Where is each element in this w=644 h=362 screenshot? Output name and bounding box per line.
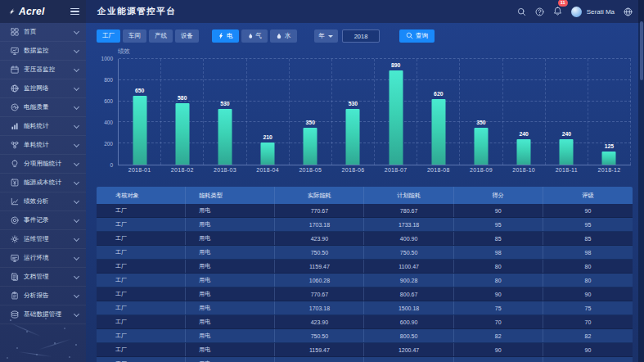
sidebar-item-label: 单耗统计 xyxy=(24,141,49,149)
scrollbar[interactable] xyxy=(638,0,644,362)
table-cell: 750.50 xyxy=(364,246,453,259)
sidebar-item-transformer[interactable]: 变压器监控 xyxy=(0,61,86,79)
data-monitor-icon xyxy=(11,47,19,55)
bar[interactable] xyxy=(218,109,232,165)
table-row[interactable]: 工厂用电750.50800.508282 xyxy=(97,329,633,343)
tab-label: 产线 xyxy=(155,32,167,40)
table-cell: 800.50 xyxy=(364,329,453,342)
table-cell: 770.67 xyxy=(275,287,364,301)
help-icon[interactable] xyxy=(535,7,544,16)
tab-label: 水 xyxy=(285,32,291,40)
chevron-down-icon xyxy=(328,35,333,38)
scope-tab[interactable]: 车间 xyxy=(123,29,146,43)
search-icon[interactable] xyxy=(517,7,526,16)
ops-icon xyxy=(11,235,19,243)
scope-tab[interactable]: 工厂 xyxy=(97,29,120,43)
bar[interactable] xyxy=(261,143,275,165)
sidebar-item-base-data[interactable]: 基础数据管理 xyxy=(0,305,86,324)
y-tick-label: 200 xyxy=(104,141,113,147)
bar[interactable] xyxy=(602,152,616,165)
plot-area: 6502018-015802018-025302018-032102018-04… xyxy=(118,59,631,165)
table-row[interactable]: 工厂用电1159.471100.478080 xyxy=(97,260,633,274)
sidebar-item-events[interactable]: 事件记录 xyxy=(0,211,86,230)
performance-bar-chart: 绩效 02004006008001000 6502018-015802018-0… xyxy=(97,48,633,176)
scope-tab[interactable]: 产线 xyxy=(149,29,173,43)
table-row[interactable]: 工厂用电1060.281000.288888 xyxy=(97,357,633,362)
table-cell: 70 xyxy=(454,315,543,328)
chevron-down-icon xyxy=(74,84,79,90)
bar[interactable] xyxy=(304,128,317,165)
query-button[interactable]: 查询 xyxy=(399,29,435,43)
sidebar-item-home[interactable]: 首页 xyxy=(0,23,86,42)
table-cell: 800.67 xyxy=(364,287,453,301)
table-row[interactable]: 工厂用电770.67800.679090 xyxy=(97,287,633,301)
bar[interactable] xyxy=(175,103,189,165)
table-cell: 75 xyxy=(454,301,543,314)
bar-value-label: 530 xyxy=(332,101,374,106)
bar[interactable] xyxy=(389,70,403,165)
sidebar-item-power-quality[interactable]: 电能质量 xyxy=(0,98,86,117)
bar-value-label: 210 xyxy=(247,134,289,140)
table-cell: 98 xyxy=(454,246,543,259)
sidebar-item-environment[interactable]: 运行环境 xyxy=(0,249,86,268)
collapse-menu-button[interactable] xyxy=(70,8,79,15)
brand-mark-icon xyxy=(7,7,16,16)
table-cell: 85 xyxy=(454,232,543,245)
table-row[interactable]: 工厂用电423.90400.908585 xyxy=(97,232,633,246)
table-cell: 工厂 xyxy=(97,329,186,342)
energy-tab[interactable]: 水 xyxy=(270,29,297,43)
sidebar-item-report[interactable]: 分析报告 xyxy=(0,287,86,305)
table-row[interactable]: 工厂用电1060.28900.288080 xyxy=(97,274,633,287)
sidebar-item-label: 文档管理 xyxy=(24,273,49,281)
sidebar-item-energy-cost[interactable]: 能源成本统计 xyxy=(0,174,86,192)
table-row[interactable]: 工厂用电423.90600.907070 xyxy=(97,315,633,329)
transformer-icon xyxy=(11,66,19,74)
plot-wrap: 02004006008001000 6502018-015802018-0253… xyxy=(97,59,631,165)
sidebar-item-data-monitor[interactable]: 数据监控 xyxy=(0,42,86,61)
bar[interactable] xyxy=(560,139,574,165)
table-cell: 1703.18 xyxy=(275,301,364,314)
table-row[interactable]: 工厂用电770.67780.679090 xyxy=(97,204,633,218)
bar[interactable] xyxy=(431,99,445,165)
table-cell: 1159.47 xyxy=(275,260,364,273)
table-cell: 1500.18 xyxy=(364,301,453,314)
sidebar-item-docs[interactable]: 文档管理 xyxy=(0,268,86,287)
table-cell: 工厂 xyxy=(97,357,186,362)
table-row[interactable]: 工厂用电1159.471200.479090 xyxy=(97,343,633,357)
scrollbar-thumb[interactable] xyxy=(640,21,643,80)
table-row[interactable]: 工厂用电1703.181733.189595 xyxy=(97,218,633,232)
sidebar-item-ops[interactable]: 运维管理 xyxy=(0,230,86,249)
avatar[interactable] xyxy=(571,7,582,17)
period-select[interactable]: 年 xyxy=(314,29,339,43)
bar[interactable] xyxy=(346,109,360,165)
notifications-button[interactable]: 11 xyxy=(553,4,562,19)
table-row[interactable]: 工厂用电750.50750.509898 xyxy=(97,246,633,260)
base-data-icon xyxy=(11,310,19,319)
sidebar-item-unit-stats[interactable]: 单耗统计 xyxy=(0,136,86,155)
sidebar-item-performance[interactable]: 绩效分析 xyxy=(0,192,86,211)
scope-tab[interactable]: 设备 xyxy=(175,29,199,43)
bar[interactable] xyxy=(517,139,531,165)
sidebar-item-label: 分项用能统计 xyxy=(24,160,61,168)
year-input[interactable] xyxy=(342,29,380,43)
column-header: 计划能耗 xyxy=(364,187,453,204)
bar-value-label: 650 xyxy=(119,88,160,93)
bar[interactable] xyxy=(474,128,488,165)
logo-bar: Acrel xyxy=(0,0,86,23)
language-globe-icon[interactable] xyxy=(624,7,633,16)
globe-icon xyxy=(624,7,633,16)
app-window: Acrel 首页数据监控变压器监控监控网络电能质量能耗统计单耗统计分项用能统计能… xyxy=(0,0,644,362)
sidebar-item-network[interactable]: 监控网络 xyxy=(0,79,86,98)
sidebar-item-energy-stats[interactable]: 能耗统计 xyxy=(0,117,86,136)
energy-tab[interactable]: 气 xyxy=(241,29,268,43)
bar-value-label: 580 xyxy=(161,95,203,101)
user-name[interactable]: Serati Ma xyxy=(587,8,615,16)
chevron-down-icon xyxy=(74,160,79,165)
table-row[interactable]: 工厂用电1703.181500.187575 xyxy=(97,301,633,315)
table-cell: 780.67 xyxy=(364,204,453,217)
table-cell: 1200.47 xyxy=(364,343,453,356)
energy-tab[interactable]: 电 xyxy=(212,29,239,43)
table-cell: 1159.47 xyxy=(275,343,364,356)
sidebar-item-subitem-energy[interactable]: 分项用能统计 xyxy=(0,155,86,174)
bar[interactable] xyxy=(133,96,146,165)
